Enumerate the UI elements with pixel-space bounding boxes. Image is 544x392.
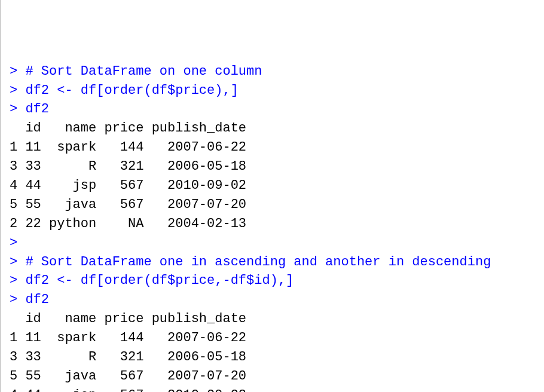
table-row: 3 33 R 321 2006-05-18 [10,157,542,176]
table-row: 5 55 java 567 2007-07-20 [10,367,542,386]
print-line: > df2 [10,290,542,310]
table-header: id name price publish_date [10,119,542,138]
table-row: 1 11 spark 144 2007-06-22 [10,138,542,157]
code-line: > df2 <- df[order(df$price,-df$id),] [10,271,542,290]
table-row: 2 22 python NA 2004-02-13 [10,215,542,234]
empty-prompt-line: > [10,234,542,253]
table-header: id name price publish_date [10,310,542,329]
table-row: 1 11 spark 144 2007-06-22 [10,329,542,348]
table-row: 4 44 jsp 567 2010-09-02 [10,386,542,392]
table-row: 3 33 R 321 2006-05-18 [10,348,542,367]
r-console[interactable]: > # Sort DataFrame on one column> df2 <-… [10,62,542,392]
comment-line: > # Sort DataFrame one in ascending and … [10,253,542,272]
table-row: 5 55 java 567 2007-07-20 [10,195,542,215]
comment-line: > # Sort DataFrame on one column [10,62,542,81]
code-line: > df2 <- df[order(df$price),] [10,81,542,100]
print-line: > df2 [10,100,542,119]
table-row: 4 44 jsp 567 2010-09-02 [10,176,542,195]
